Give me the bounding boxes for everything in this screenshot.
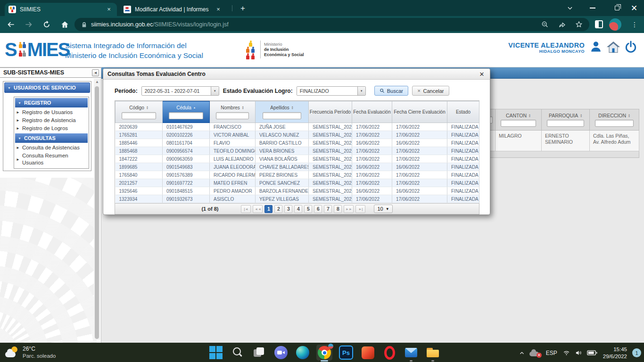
- tray-chevron-up-icon[interactable]: [519, 350, 525, 356]
- column-filter-input[interactable]: [595, 120, 633, 127]
- chrome-taskbar-button[interactable]: [316, 345, 332, 361]
- page-button-8[interactable]: 8: [334, 205, 342, 213]
- page-button-3[interactable]: 3: [284, 205, 292, 213]
- window-close-button[interactable]: ✕: [624, 0, 644, 16]
- previous-page-button[interactable]: ◄◄: [253, 205, 263, 213]
- logout-power-icon[interactable]: [624, 40, 638, 54]
- column-header-fecha-cierre-evaluación[interactable]: Fecha Cierre Evaluación: [392, 101, 447, 123]
- new-tab-button[interactable]: +: [238, 3, 248, 14]
- menu-section-consultas[interactable]: ▼CONSULTAS: [15, 133, 88, 143]
- scrollbar-thumb[interactable]: [95, 86, 99, 339]
- tab-close-icon[interactable]: ×: [214, 5, 223, 14]
- browser-menu-icon[interactable]: ⋮: [630, 19, 639, 30]
- menu-section-registro[interactable]: ▼REGISTRO: [15, 98, 88, 107]
- notification-count-badge[interactable]: 1: [632, 348, 641, 357]
- rows-per-page-select[interactable]: 10 ▼: [374, 205, 392, 213]
- table-row[interactable]: 18472220900963059LUIS ALEJANDROVIANA BOL…: [116, 155, 479, 163]
- clock[interactable]: 15:45 29/6/2022: [603, 346, 627, 360]
- dialog-title-bar[interactable]: Consultas Tomas Evaluación Centro ✕: [103, 69, 490, 80]
- bookmark-star-icon[interactable]: [575, 21, 583, 28]
- table-row[interactable]: 18854680900956574TEOFILO DOMINGOVERA BRI…: [116, 147, 479, 155]
- sort-icon[interactable]: ▲▼: [242, 106, 244, 109]
- start-taskbar-button[interactable]: [208, 345, 224, 361]
- chat-taskbar-button[interactable]: [273, 345, 289, 361]
- column-filter-input[interactable]: [501, 120, 537, 127]
- sort-icon[interactable]: ▲: [193, 107, 196, 108]
- column-header-cédula[interactable]: Cédula▲: [163, 101, 210, 123]
- dropdown-arrow-icon[interactable]: ▼: [357, 87, 365, 95]
- column-filter-input[interactable]: [169, 112, 203, 119]
- page-button-6[interactable]: 6: [314, 205, 322, 213]
- back-icon[interactable]: [6, 19, 16, 30]
- onedrive-error-icon[interactable]: ✕: [529, 349, 541, 357]
- table-row[interactable]: 19256460901848515PEDRO AMADORBARZOLA FER…: [116, 187, 479, 195]
- side-panel-icon[interactable]: [595, 20, 603, 28]
- cancelar-button[interactable]: ✕ Cancelar: [412, 86, 449, 96]
- window-minimize-button[interactable]: [583, 0, 603, 16]
- scroll-up-icon[interactable]: ▲: [94, 79, 100, 85]
- column-filter-input[interactable]: [263, 112, 301, 119]
- table-row[interactable]: 13239340901932673ASISCLOYEPEZ VILLEGASSE…: [116, 195, 479, 203]
- page-button-7[interactable]: 7: [324, 205, 332, 213]
- page-button-2[interactable]: 2: [274, 205, 282, 213]
- column-header-apellidos[interactable]: Apellidos▲▼: [256, 101, 309, 123]
- column-filter-input[interactable]: [122, 112, 156, 119]
- tab-close-icon[interactable]: ×: [105, 5, 113, 14]
- office-taskbar-button[interactable]: [360, 345, 376, 361]
- background-column-canton[interactable]: CANTON▲▼: [495, 109, 542, 131]
- edge-taskbar-button[interactable]: [295, 345, 311, 361]
- page-button-5[interactable]: 5: [304, 205, 312, 213]
- next-page-button[interactable]: ►►: [344, 205, 354, 213]
- home-icon[interactable]: [59, 19, 70, 30]
- photoshop-taskbar-button[interactable]: Ps: [338, 345, 354, 361]
- column-header-frecuencia-período[interactable]: Frecuencia Período: [309, 101, 352, 123]
- table-row[interactable]: 17658400901576389RICARDO PALERMOPEREZ BR…: [116, 171, 479, 179]
- last-page-button[interactable]: ►|: [355, 205, 365, 213]
- dropdown-arrow-icon[interactable]: ▼: [211, 87, 219, 95]
- search-taskbar-button[interactable]: [230, 345, 246, 361]
- column-header-nombres[interactable]: Nombres▲▼: [210, 101, 256, 123]
- menu-item-registro-de-logros[interactable]: ►Registro de Logros: [14, 124, 89, 132]
- reload-icon[interactable]: [41, 19, 52, 30]
- explorer-taskbar-button[interactable]: [425, 345, 441, 361]
- tab-search-chevron-icon[interactable]: [560, 0, 580, 16]
- menu-item-consulta-resumen-usuarios[interactable]: ►Consulta Resumen Usuarios: [14, 152, 89, 167]
- column-header-estado[interactable]: Estado: [447, 101, 479, 123]
- dialog-close-icon[interactable]: ✕: [478, 71, 486, 78]
- period-select[interactable]: 2022-05-31 - 2022-07-01 ▼: [141, 86, 219, 96]
- sidebar-scrollbar[interactable]: ▲: [94, 79, 100, 340]
- buscar-button[interactable]: Buscar: [374, 86, 408, 96]
- table-row[interactable]: 20212570901697722MATEO EFRENPONCE SANCHE…: [116, 179, 479, 187]
- opera-taskbar-button[interactable]: [381, 345, 397, 361]
- home-nav-icon[interactable]: [606, 40, 620, 54]
- language-indicator[interactable]: ESP: [546, 350, 557, 356]
- tab-siimies[interactable]: SIIMIES ×: [5, 3, 117, 16]
- tab-modificar-actividad[interactable]: Modificar Actividad | Informes M ×: [120, 3, 226, 16]
- table-row[interactable]: 20206390101467629FRANCISCOZUÑA JOSESEMES…: [116, 123, 479, 131]
- sort-icon[interactable]: ▲▼: [146, 106, 149, 109]
- profile-avatar[interactable]: [609, 18, 621, 31]
- menu-section-usuarios-de-servicio[interactable]: ▼ USUARIOS DE SERVICIO: [4, 82, 90, 93]
- column-filter-input[interactable]: [216, 112, 249, 119]
- column-header-código[interactable]: Código▲▼: [116, 101, 163, 123]
- page-button-4[interactable]: 4: [294, 205, 302, 213]
- share-icon[interactable]: [558, 21, 566, 28]
- user-profile-icon[interactable]: [589, 40, 603, 54]
- sidebar-collapse-button[interactable]: ◄: [92, 69, 99, 76]
- background-column-direccion[interactable]: DIRECCION▲▼: [590, 109, 639, 131]
- wifi-icon[interactable]: [562, 349, 570, 356]
- volume-icon[interactable]: [575, 349, 583, 356]
- address-bar[interactable]: siimies.inclusion.gob.ec/SIIMIES/vistas/…: [74, 18, 589, 31]
- menu-item-registro-de-usuarios[interactable]: ►Registro de Usuarios: [14, 108, 89, 116]
- first-page-button[interactable]: |◄: [241, 205, 251, 213]
- estado-select[interactable]: FINALIZADO ▼: [297, 86, 366, 96]
- taskview-taskbar-button[interactable]: [251, 345, 267, 361]
- menu-item-consulta-de-asistencias[interactable]: ►Consulta de Asistencias: [14, 144, 89, 152]
- table-row[interactable]: 18854460801161704FLAVIOBARRIO CASTILLOSE…: [116, 139, 479, 147]
- page-button-1[interactable]: 1: [264, 205, 272, 213]
- weather-widget[interactable]: 26°C Parc. soleado: [5, 345, 56, 359]
- background-column-parroquia[interactable]: PARROQUIA▲▼: [542, 109, 590, 131]
- forward-icon[interactable]: [24, 19, 34, 30]
- sort-icon[interactable]: ▲▼: [291, 106, 294, 109]
- battery-icon[interactable]: [587, 349, 597, 356]
